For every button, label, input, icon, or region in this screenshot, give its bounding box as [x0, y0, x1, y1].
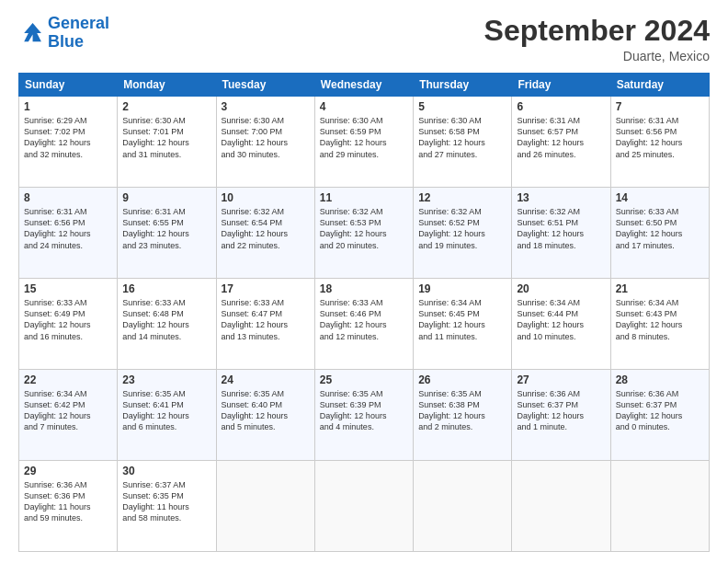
- header: General Blue September 2024 Duarte, Mexi…: [18, 15, 710, 63]
- calendar-cell: 30Sunrise: 6:37 AM Sunset: 6:35 PM Dayli…: [118, 461, 216, 552]
- calendar-cell: 4Sunrise: 6:30 AM Sunset: 6:59 PM Daylig…: [314, 97, 413, 188]
- calendar-cell: 25Sunrise: 6:35 AM Sunset: 6:39 PM Dayli…: [314, 370, 413, 461]
- day-header-wednesday: Wednesday: [314, 74, 413, 97]
- calendar-cell: 6Sunrise: 6:31 AM Sunset: 6:57 PM Daylig…: [512, 97, 610, 188]
- day-number: 24: [222, 373, 310, 386]
- cell-info: Sunrise: 6:30 AM Sunset: 7:01 PM Dayligh…: [122, 115, 210, 160]
- day-header-tuesday: Tuesday: [216, 74, 314, 97]
- calendar-cell: 13Sunrise: 6:32 AM Sunset: 6:51 PM Dayli…: [512, 188, 610, 279]
- title-block: September 2024 Duarte, Mexico: [484, 15, 710, 63]
- day-number: 28: [616, 373, 704, 386]
- calendar-cell: 7Sunrise: 6:31 AM Sunset: 6:56 PM Daylig…: [610, 97, 709, 188]
- day-number: 16: [122, 282, 210, 295]
- calendar-cell: 3Sunrise: 6:30 AM Sunset: 7:00 PM Daylig…: [216, 97, 314, 188]
- calendar-cell: [512, 461, 610, 552]
- day-number: 27: [517, 373, 605, 386]
- cell-info: Sunrise: 6:37 AM Sunset: 6:35 PM Dayligh…: [122, 479, 210, 524]
- day-number: 13: [517, 191, 605, 204]
- calendar-cell: 17Sunrise: 6:33 AM Sunset: 6:47 PM Dayli…: [216, 279, 314, 370]
- cell-info: Sunrise: 6:32 AM Sunset: 6:52 PM Dayligh…: [418, 206, 506, 251]
- cell-info: Sunrise: 6:30 AM Sunset: 7:00 PM Dayligh…: [222, 115, 310, 160]
- calendar-cell: 27Sunrise: 6:36 AM Sunset: 6:37 PM Dayli…: [512, 370, 610, 461]
- day-number: 20: [517, 282, 605, 295]
- calendar-table: SundayMondayTuesdayWednesdayThursdayFrid…: [18, 73, 710, 552]
- calendar-cell: [216, 461, 314, 552]
- calendar-cell: [610, 461, 709, 552]
- calendar-cell: 19Sunrise: 6:34 AM Sunset: 6:45 PM Dayli…: [414, 279, 512, 370]
- header-row: SundayMondayTuesdayWednesdayThursdayFrid…: [19, 74, 710, 97]
- day-number: 15: [24, 282, 112, 295]
- cell-info: Sunrise: 6:31 AM Sunset: 6:56 PM Dayligh…: [24, 206, 112, 251]
- day-number: 25: [320, 373, 408, 386]
- calendar-cell: 8Sunrise: 6:31 AM Sunset: 6:56 PM Daylig…: [19, 188, 118, 279]
- calendar-cell: 26Sunrise: 6:35 AM Sunset: 6:38 PM Dayli…: [414, 370, 512, 461]
- cell-info: Sunrise: 6:31 AM Sunset: 6:57 PM Dayligh…: [517, 115, 605, 160]
- day-header-friday: Friday: [512, 74, 610, 97]
- month-title: September 2024: [484, 15, 710, 47]
- cell-info: Sunrise: 6:32 AM Sunset: 6:51 PM Dayligh…: [517, 206, 605, 251]
- calendar-cell: 14Sunrise: 6:33 AM Sunset: 6:50 PM Dayli…: [610, 188, 709, 279]
- day-number: 12: [418, 191, 506, 204]
- day-number: 19: [418, 282, 506, 295]
- calendar-cell: 5Sunrise: 6:30 AM Sunset: 6:58 PM Daylig…: [414, 97, 512, 188]
- cell-info: Sunrise: 6:34 AM Sunset: 6:45 PM Dayligh…: [418, 297, 506, 342]
- day-number: 8: [24, 191, 112, 204]
- calendar-cell: 12Sunrise: 6:32 AM Sunset: 6:52 PM Dayli…: [414, 188, 512, 279]
- cell-info: Sunrise: 6:33 AM Sunset: 6:46 PM Dayligh…: [320, 297, 408, 342]
- calendar-cell: 20Sunrise: 6:34 AM Sunset: 6:44 PM Dayli…: [512, 279, 610, 370]
- week-row-2: 8Sunrise: 6:31 AM Sunset: 6:56 PM Daylig…: [19, 188, 710, 279]
- cell-info: Sunrise: 6:35 AM Sunset: 6:40 PM Dayligh…: [222, 388, 310, 433]
- day-number: 3: [222, 100, 310, 113]
- svg-marker-0: [24, 23, 41, 41]
- day-number: 18: [320, 282, 408, 295]
- cell-info: Sunrise: 6:32 AM Sunset: 6:53 PM Dayligh…: [320, 206, 408, 251]
- calendar-cell: 2Sunrise: 6:30 AM Sunset: 7:01 PM Daylig…: [118, 97, 216, 188]
- day-number: 29: [24, 465, 112, 477]
- day-number: 10: [222, 191, 310, 204]
- cell-info: Sunrise: 6:33 AM Sunset: 6:49 PM Dayligh…: [24, 297, 112, 342]
- day-number: 26: [418, 373, 506, 386]
- cell-info: Sunrise: 6:30 AM Sunset: 6:59 PM Dayligh…: [320, 115, 408, 160]
- cell-info: Sunrise: 6:31 AM Sunset: 6:56 PM Dayligh…: [616, 115, 704, 160]
- day-number: 30: [122, 465, 210, 477]
- logo: General Blue: [18, 15, 109, 52]
- calendar-cell: 21Sunrise: 6:34 AM Sunset: 6:43 PM Dayli…: [610, 279, 709, 370]
- day-number: 23: [122, 373, 210, 386]
- cell-info: Sunrise: 6:29 AM Sunset: 7:02 PM Dayligh…: [24, 115, 112, 160]
- cell-info: Sunrise: 6:33 AM Sunset: 6:47 PM Dayligh…: [222, 297, 310, 342]
- calendar-cell: 9Sunrise: 6:31 AM Sunset: 6:55 PM Daylig…: [118, 188, 216, 279]
- cell-info: Sunrise: 6:36 AM Sunset: 6:37 PM Dayligh…: [616, 388, 704, 433]
- day-number: 5: [418, 100, 506, 113]
- cell-info: Sunrise: 6:34 AM Sunset: 6:43 PM Dayligh…: [616, 297, 704, 342]
- day-number: 2: [122, 100, 210, 113]
- cell-info: Sunrise: 6:34 AM Sunset: 6:42 PM Dayligh…: [24, 388, 112, 433]
- cell-info: Sunrise: 6:35 AM Sunset: 6:41 PM Dayligh…: [122, 388, 210, 433]
- calendar-cell: 29Sunrise: 6:36 AM Sunset: 6:36 PM Dayli…: [19, 461, 118, 552]
- calendar-cell: 18Sunrise: 6:33 AM Sunset: 6:46 PM Dayli…: [314, 279, 413, 370]
- page: General Blue September 2024 Duarte, Mexi…: [0, 0, 728, 563]
- day-number: 22: [24, 373, 112, 386]
- week-row-3: 15Sunrise: 6:33 AM Sunset: 6:49 PM Dayli…: [19, 279, 710, 370]
- day-number: 1: [24, 100, 112, 113]
- day-number: 11: [320, 191, 408, 204]
- cell-info: Sunrise: 6:33 AM Sunset: 6:50 PM Dayligh…: [616, 206, 704, 251]
- day-number: 4: [320, 100, 408, 113]
- calendar-cell: [314, 461, 413, 552]
- day-number: 14: [616, 191, 704, 204]
- calendar-cell: 15Sunrise: 6:33 AM Sunset: 6:49 PM Dayli…: [19, 279, 118, 370]
- calendar-cell: 1Sunrise: 6:29 AM Sunset: 7:02 PM Daylig…: [19, 97, 118, 188]
- location: Duarte, Mexico: [484, 49, 710, 63]
- cell-info: Sunrise: 6:33 AM Sunset: 6:48 PM Dayligh…: [122, 297, 210, 342]
- calendar-cell: 24Sunrise: 6:35 AM Sunset: 6:40 PM Dayli…: [216, 370, 314, 461]
- logo-text: General Blue: [48, 15, 109, 52]
- cell-info: Sunrise: 6:36 AM Sunset: 6:36 PM Dayligh…: [24, 479, 112, 524]
- calendar-cell: 28Sunrise: 6:36 AM Sunset: 6:37 PM Dayli…: [610, 370, 709, 461]
- calendar-cell: 23Sunrise: 6:35 AM Sunset: 6:41 PM Dayli…: [118, 370, 216, 461]
- cell-info: Sunrise: 6:34 AM Sunset: 6:44 PM Dayligh…: [517, 297, 605, 342]
- week-row-5: 29Sunrise: 6:36 AM Sunset: 6:36 PM Dayli…: [19, 461, 710, 552]
- cell-info: Sunrise: 6:32 AM Sunset: 6:54 PM Dayligh…: [222, 206, 310, 251]
- day-number: 17: [222, 282, 310, 295]
- day-header-sunday: Sunday: [19, 74, 118, 97]
- day-number: 21: [616, 282, 704, 295]
- logo-icon: [18, 20, 44, 46]
